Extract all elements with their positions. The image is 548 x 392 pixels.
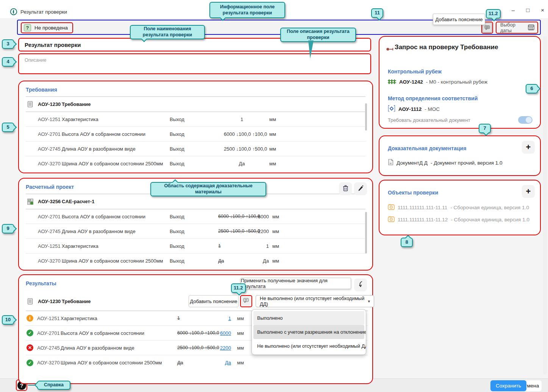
row-id: АОУ-1251 bbox=[37, 316, 61, 321]
row-name: CAE-расчет-1 bbox=[62, 199, 170, 204]
result-comment-button[interactable] bbox=[240, 295, 252, 307]
apply-values-tooltip: Применить полученные значения для резуль… bbox=[240, 278, 351, 289]
milestone-id: АОУ-1242 bbox=[399, 79, 423, 85]
minimize-button[interactable]: – bbox=[512, 7, 515, 13]
require-evidence-label: Требовать доказательный документ bbox=[388, 117, 470, 123]
row-new-value-link[interactable]: 1 bbox=[228, 316, 231, 321]
row-new-value: 2200 bbox=[256, 229, 269, 234]
save-button[interactable]: Сохранить bbox=[490, 380, 526, 391]
row-id: АОУ-3256 bbox=[38, 199, 62, 204]
edit-button[interactable] bbox=[354, 182, 367, 195]
check-object-desc: - Сборочная единица, версия 1.0 bbox=[451, 217, 529, 222]
requirement-header-row[interactable]: АОУ-1230 Требование bbox=[26, 97, 365, 112]
row-new-value: Да bbox=[256, 258, 269, 264]
requirement-row[interactable]: АОУ-3270 Шрина АОУ в собраноом состоянии… bbox=[26, 156, 365, 171]
require-evidence-toggle[interactable] bbox=[518, 116, 532, 124]
row-id: АОУ-2701 bbox=[37, 330, 61, 336]
require-evidence-row: Требовать доказательный документ bbox=[388, 116, 532, 124]
row-value: 2500 ↓100,0 ↑500,0 bbox=[224, 146, 260, 152]
menu-option-not-done[interactable]: Не выполнено (или отсутствует необходимы… bbox=[253, 339, 364, 353]
row-id: АОУ-2745 bbox=[37, 345, 61, 351]
results-section: Результаты Применить полученные значения… bbox=[18, 274, 373, 384]
calc-row[interactable]: АОУ-3270 Шрина АОУ в собраноом состоянии… bbox=[26, 254, 365, 268]
row-old-value: 6000 ↓100,0 ↑100,0 bbox=[218, 214, 256, 219]
evidence-doc-item[interactable]: ДокументД Д - Документ прочий, версия 1.… bbox=[388, 159, 503, 166]
requirement-row[interactable]: АОУ-2701 Высота АОУ в собранном состояни… bbox=[26, 127, 365, 142]
result-status-dropdown[interactable]: Не выполнено (или отсутствует необходимы… bbox=[256, 295, 374, 307]
row-direction: Выход bbox=[170, 258, 218, 264]
callout-11-2-top: 11.2 bbox=[486, 9, 501, 19]
calc-row[interactable]: АОУ-2745 Длина АОУ в разобранном виде Вы… bbox=[26, 224, 365, 239]
row-name: Длина АОУ в разобранном виде bbox=[62, 229, 170, 234]
row-new-value-link[interactable]: 6000 bbox=[220, 330, 231, 336]
row-new-value-link[interactable]: 2200 bbox=[220, 345, 231, 351]
callout-3: 3 bbox=[2, 39, 14, 49]
callout-10: 10 bbox=[2, 315, 14, 325]
callout-8: 8 bbox=[401, 238, 413, 247]
moc-heading: Метод определения соответствий bbox=[388, 95, 478, 101]
menu-option-done[interactable]: Выполнено bbox=[253, 311, 364, 325]
add-evidence-doc-button[interactable]: + bbox=[522, 141, 535, 154]
row-unit: мм bbox=[272, 214, 286, 219]
table-scrollbar[interactable] bbox=[365, 103, 367, 131]
row-direction: Выход bbox=[170, 243, 218, 249]
requirements-section: Требования АОУ-1230 Требование АОУ-1251 … bbox=[18, 81, 373, 173]
milestone-fence-icon bbox=[388, 78, 396, 86]
status-question-icon: ? bbox=[24, 24, 31, 31]
table-scrollbar[interactable] bbox=[365, 212, 367, 254]
row-id: АОУ-2745 bbox=[38, 146, 62, 152]
row-direction: Выход bbox=[170, 146, 224, 152]
add-check-object-button[interactable]: + bbox=[522, 185, 535, 198]
check-request-panel: Запрос на проверку Требование Контрольны… bbox=[379, 36, 541, 129]
plus-icon: + bbox=[526, 187, 531, 196]
row-value: Да bbox=[224, 161, 260, 166]
row-unit: мм bbox=[269, 161, 284, 166]
check-object-item[interactable]: 1111.111111.111-11.11 - Сборочная единиц… bbox=[388, 204, 529, 211]
status-info-icon: i bbox=[27, 315, 33, 322]
row-name: Шрина АОУ в собраноом состоянии 2500мм bbox=[61, 360, 177, 366]
row-id: АОУ-2701 bbox=[38, 214, 62, 219]
toggle-knob bbox=[526, 117, 532, 123]
date-picker-button[interactable]: Выбор даты bbox=[496, 22, 538, 34]
status-dropdown-menu: Выполнено Выполнено с учетом разрешения … bbox=[251, 309, 366, 355]
add-explanation-button[interactable]: Добавить пояснение bbox=[189, 295, 239, 307]
description-input[interactable] bbox=[19, 54, 370, 73]
row-unit: мм bbox=[269, 117, 284, 122]
row-name: Высота АОУ в собранном состоянии bbox=[62, 214, 170, 219]
requirement-row[interactable]: АОУ-1251 Характеристика Выход 1 мм bbox=[26, 112, 365, 127]
results-header-row: АОУ-1230 Требование Добавить пояснение Н… bbox=[26, 295, 368, 307]
apply-arrow-icon bbox=[358, 281, 364, 289]
row-old-value: Да bbox=[177, 360, 220, 366]
row-new-value-link[interactable]: Да bbox=[225, 360, 231, 366]
row-value: 1 bbox=[224, 117, 260, 122]
apply-values-button[interactable] bbox=[354, 278, 367, 291]
close-button[interactable]: × bbox=[541, 7, 544, 13]
window-scrollbar[interactable] bbox=[543, 36, 547, 375]
check-object-item[interactable]: 1111.111111.111-11.12 - Сборочная единиц… bbox=[388, 216, 529, 223]
row-unit: мм bbox=[237, 360, 244, 366]
moc-item[interactable]: АОУ-1112 - МОС bbox=[388, 105, 440, 113]
calc-row[interactable]: АОУ-1251 Характеристика Выход 1 1 мм bbox=[26, 239, 365, 254]
evidence-docs-panel: Доказательная документация + ДокументД Д… bbox=[379, 135, 541, 176]
milestone-item[interactable]: АОУ-1242 - М0 - контрольный рубеж bbox=[388, 78, 487, 86]
assembly-unit-icon bbox=[388, 204, 395, 211]
moc-gear-icon bbox=[388, 105, 395, 113]
row-direction: Выход bbox=[170, 161, 224, 166]
row-old-value: 2500 ↓100,0 ↑500,0 bbox=[218, 229, 256, 234]
row-direction: Выход bbox=[170, 117, 224, 122]
row-id: АОУ-1251 bbox=[38, 243, 62, 249]
delete-button[interactable] bbox=[339, 182, 352, 195]
row-name: Шрина АОУ в собраноом состоянии 2500мм bbox=[62, 161, 170, 166]
calc-header-row[interactable]: АОУ-3256 CAE-расчет-1 bbox=[26, 194, 365, 209]
restore-button[interactable]: □ bbox=[526, 7, 529, 13]
result-row[interactable]: ✓ АОУ-3270 Шрина АОУ в собраноом состоян… bbox=[26, 355, 368, 370]
menu-option-done-with-deviation[interactable]: Выполнено с учетом разрешения на отклоне… bbox=[253, 325, 364, 339]
row-name: Высота АОУ в собранном состоянии bbox=[61, 330, 177, 336]
row-name: Требование bbox=[62, 101, 170, 107]
window-title: Результат проверки bbox=[20, 9, 67, 15]
add-comment-tooltip: Добавить пояснение bbox=[433, 14, 485, 25]
callout-name-field: Поле наименования результата проверки bbox=[130, 25, 205, 39]
requirement-row[interactable]: АОУ-2745 Длина АОУ в разобранном виде Вы… bbox=[26, 142, 365, 156]
row-id: АОУ-2701 bbox=[38, 131, 62, 137]
calc-row[interactable]: АОУ-2701 Высота АОУ в собранном состояни… bbox=[26, 209, 365, 224]
